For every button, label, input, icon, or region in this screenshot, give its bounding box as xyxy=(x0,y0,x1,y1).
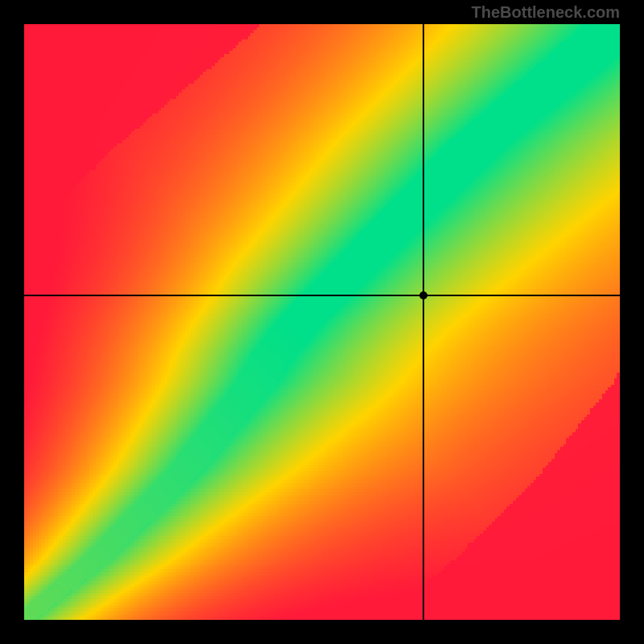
heatmap-canvas xyxy=(24,24,620,620)
heatmap-plot xyxy=(24,24,620,620)
crosshair-vertical xyxy=(423,24,424,620)
attribution-text: TheBottleneck.com xyxy=(472,3,620,22)
crosshair-horizontal xyxy=(24,295,620,296)
marker-dot xyxy=(419,291,427,299)
